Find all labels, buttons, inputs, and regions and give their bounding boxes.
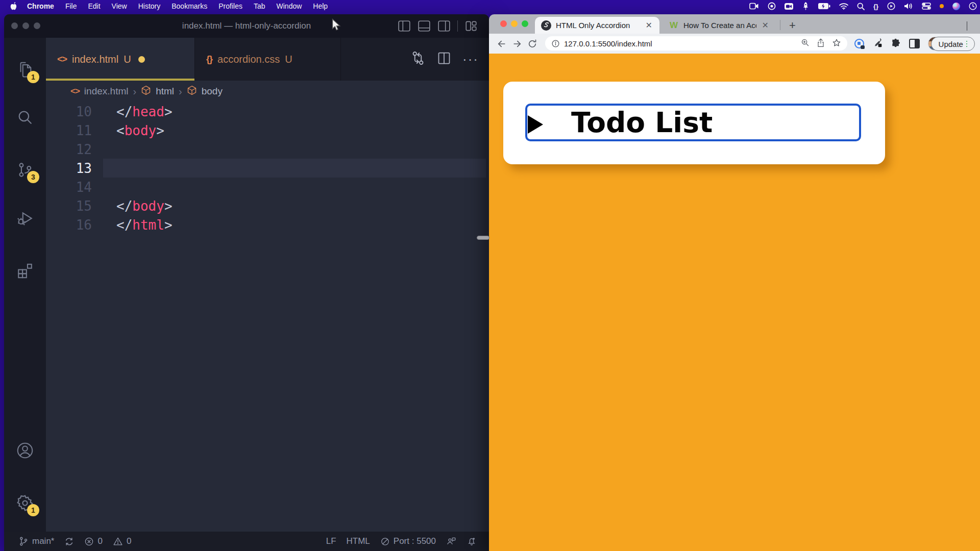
feedback-icon[interactable] — [441, 532, 461, 551]
site-info-icon[interactable] — [551, 39, 560, 48]
split-editor-icon[interactable] — [437, 51, 451, 67]
menu-item-bookmarks[interactable]: Bookmarks — [166, 0, 213, 12]
line-number: 13 — [46, 161, 92, 176]
bookmark-star-icon[interactable] — [832, 38, 841, 49]
spotlight-search-icon[interactable] — [857, 0, 865, 12]
accordion-summary[interactable]: Todo List — [525, 104, 861, 141]
eol-indicator[interactable]: LF — [321, 532, 341, 551]
browser-tab-html-only-accordion[interactable]: HTML Only Accordion ✕ — [535, 17, 659, 34]
address-bar[interactable]: 127.0.0.1:5500/index.html — [545, 36, 847, 51]
close-tab-icon[interactable]: ✕ — [761, 20, 770, 30]
minimize-window-button[interactable] — [511, 20, 518, 27]
code-line[interactable]: 12 — [46, 140, 489, 159]
vscode-window: index.html — html-only-accordion — [4, 14, 489, 551]
apple-menu-icon[interactable] — [6, 2, 21, 11]
modified-dot-icon[interactable] — [138, 56, 145, 63]
customize-layout-icon[interactable] — [464, 19, 478, 33]
breadcrumb-separator: › — [133, 86, 136, 97]
share-icon[interactable] — [817, 38, 825, 49]
screen-share-icon[interactable] — [749, 0, 759, 12]
battery-icon[interactable] — [818, 0, 830, 12]
menu-item-profiles[interactable]: Profiles — [213, 0, 248, 12]
toggle-primary-sidebar-icon[interactable] — [398, 19, 411, 33]
tab-index-html[interactable]: <> index.html U — [46, 38, 195, 81]
menu-item-tab[interactable]: Tab — [248, 0, 271, 12]
tab-accordion-css[interactable]: {} accordion.css U — [195, 38, 341, 81]
colorpicker-extension-icon[interactable] — [872, 38, 883, 50]
account-icon[interactable] — [13, 438, 37, 463]
new-tab-button[interactable]: + — [789, 17, 796, 34]
zoom-window-button[interactable] — [522, 20, 528, 27]
details-marker-icon[interactable] — [528, 115, 543, 134]
menu-item-help[interactable]: Help — [307, 0, 333, 12]
menu-item-edit[interactable]: Edit — [82, 0, 106, 12]
settings-gear-icon[interactable]: 1 — [13, 491, 37, 515]
code-line[interactable]: 16</html> — [46, 215, 489, 234]
tab-title: How To Create an Accordion — [683, 21, 756, 30]
git-branch-item[interactable]: main* — [13, 536, 59, 546]
code-line[interactable]: 13 — [46, 159, 489, 178]
run-debug-icon[interactable] — [13, 206, 37, 231]
rocket-icon[interactable] — [802, 0, 810, 12]
menu-item-history[interactable]: History — [133, 0, 166, 12]
clock-icon[interactable] — [969, 0, 977, 12]
close-window-button[interactable] — [500, 20, 507, 27]
close-tab-icon[interactable]: ✕ — [645, 20, 653, 30]
browser-tab-how-to-create-accordion[interactable]: W How To Create an Accordion ✕ — [663, 17, 776, 34]
chrome-traffic-lights[interactable] — [500, 20, 528, 27]
menu-item-file[interactable]: File — [60, 0, 83, 12]
play-menu-icon[interactable] — [887, 0, 895, 12]
open-changes-icon[interactable] — [410, 51, 426, 68]
more-actions-icon[interactable]: ··· — [462, 57, 479, 62]
reload-icon[interactable] — [525, 36, 540, 52]
record-icon[interactable] — [768, 0, 776, 12]
search-icon[interactable] — [13, 105, 37, 130]
code-line[interactable]: 14 — [46, 178, 489, 196]
zoom-icon[interactable] — [801, 38, 810, 48]
toggle-secondary-sidebar-icon[interactable] — [437, 19, 451, 33]
wifi-icon[interactable] — [839, 0, 848, 12]
breadcrumb: <> index.html › html › body — [46, 81, 489, 102]
update-chrome-button[interactable]: Update — [931, 37, 975, 51]
source-control-icon[interactable]: 3 — [13, 158, 37, 182]
vscode-editor-area: <> index.html U {} accordion.css U — [46, 38, 489, 532]
chrome-window: HTML Only Accordion ✕ W How To Create an… — [489, 14, 980, 551]
siri-icon[interactable] — [952, 3, 960, 10]
privacy-extension-icon[interactable] — [854, 39, 864, 48]
menu-item-chrome[interactable]: Chrome — [21, 0, 60, 12]
toggle-panel-icon[interactable] — [418, 19, 431, 33]
vscode-title-bar[interactable]: index.html — html-only-accordion — [4, 14, 489, 38]
line-number: 15 — [46, 198, 92, 214]
symbol-cube-icon — [187, 85, 197, 98]
breadcrumb-separator: › — [179, 86, 182, 97]
extensions-icon[interactable] — [13, 258, 37, 283]
forward-icon[interactable] — [509, 36, 525, 52]
volume-icon[interactable] — [904, 0, 913, 12]
explorer-icon[interactable]: 1 — [13, 58, 37, 82]
breadcrumb-file[interactable]: index.html — [84, 86, 129, 97]
side-panel-icon[interactable] — [909, 39, 920, 48]
line-text: </html> — [92, 217, 173, 233]
code-line[interactable]: 11<body> — [46, 121, 489, 140]
update-menu-dots-icon — [966, 41, 968, 47]
code-line[interactable]: 15</body> — [46, 196, 489, 215]
live-server-port[interactable]: Port : 5500 — [375, 532, 441, 551]
url-text[interactable]: 127.0.0.1:5500/index.html — [564, 39, 801, 48]
menu-item-view[interactable]: View — [106, 0, 133, 12]
sync-changes-item[interactable] — [59, 537, 79, 546]
errors-item[interactable]: 0 — [79, 536, 107, 546]
window-resize-handle[interactable] — [477, 236, 489, 240]
camera-icon[interactable] — [785, 0, 793, 12]
code-line[interactable]: 10</head> — [46, 102, 489, 121]
breadcrumb-body-node[interactable]: body — [202, 86, 223, 97]
menu-item-window[interactable]: Window — [271, 0, 308, 12]
breadcrumb-html-node[interactable]: html — [156, 86, 174, 97]
language-mode[interactable]: HTML — [341, 532, 375, 551]
tab-search-chevron-icon[interactable] — [967, 21, 972, 27]
warnings-item[interactable]: 0 — [108, 536, 136, 546]
back-icon[interactable] — [494, 36, 509, 52]
extensions-puzzle-icon[interactable] — [891, 38, 901, 50]
braces-menu-icon[interactable]: {} — [873, 0, 878, 12]
control-center-icon[interactable] — [922, 0, 931, 12]
notifications-bell-icon[interactable] — [461, 532, 482, 551]
